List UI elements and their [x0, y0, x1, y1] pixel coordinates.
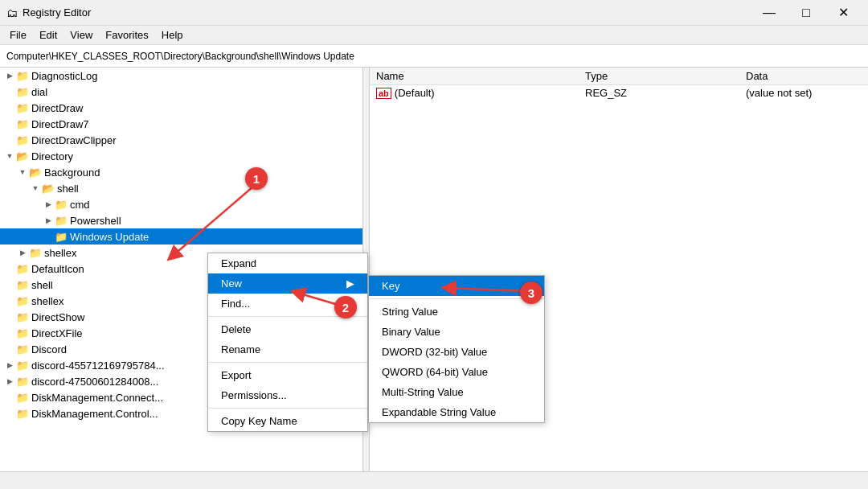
- folder-icon: 📂: [42, 182, 55, 195]
- tree-row[interactable]: ▶ 📁 DirectDrawClipper: [0, 132, 369, 148]
- minimize-button[interactable]: —: [751, 0, 788, 26]
- address-bar: Computer\HKEY_CLASSES_ROOT\Directory\Bac…: [0, 45, 868, 68]
- folder-icon: 📁: [16, 85, 29, 98]
- tree-row[interactable]: ▼ 📂 Background: [0, 164, 369, 180]
- tree-row[interactable]: ▶ 📁 DirectDraw7: [0, 116, 369, 132]
- row-name: ab(Default): [370, 85, 579, 101]
- ctx-expand-label: Expand: [221, 257, 256, 269]
- tree-item-label: shell: [57, 183, 79, 195]
- expander-icon[interactable]: ▶: [16, 246, 29, 259]
- folder-icon: 📂: [29, 166, 42, 179]
- ctx-rename-label: Rename: [221, 343, 260, 355]
- sub-dword-value[interactable]: DWORD (32-bit) Value: [369, 342, 544, 362]
- sub-string-value[interactable]: String Value: [369, 302, 544, 322]
- tree-item-label: DiagnosticLog: [31, 70, 97, 82]
- menu-file[interactable]: File: [3, 27, 33, 43]
- address-text: Computer\HKEY_CLASSES_ROOT\Directory\Bac…: [6, 51, 354, 62]
- app-icon: 🗂: [6, 6, 18, 19]
- expander-icon[interactable]: ▶: [3, 375, 16, 388]
- expander-icon[interactable]: ▶: [3, 69, 16, 82]
- folder-icon: 📁: [16, 375, 29, 388]
- folder-icon: 📁: [16, 327, 29, 339]
- tree-row[interactable]: ▶ 📁 DiagnosticLog: [0, 68, 369, 84]
- tree-item-label: discord-47500601284008...: [31, 376, 158, 388]
- ctx-permissions[interactable]: Permissions...: [208, 385, 367, 405]
- folder-icon: 📁: [55, 214, 68, 227]
- ctx-copy-key-name-label: Copy Key Name: [221, 415, 297, 427]
- window-controls: — □ ✕: [751, 0, 862, 26]
- sub-dword-value-label: DWORD (32-bit) Value: [382, 346, 487, 358]
- table-row[interactable]: ab(Default) REG_SZ (value not set): [370, 85, 868, 101]
- menu-favorites[interactable]: Favorites: [99, 27, 154, 43]
- ctx-delete[interactable]: Delete: [208, 319, 367, 339]
- tree-item-label: DirectXFile: [31, 327, 83, 339]
- tree-item-label: dial: [31, 86, 47, 98]
- tree-item-label: DirectDraw7: [31, 118, 89, 130]
- ctx-delete-label: Delete: [221, 323, 252, 335]
- context-menu[interactable]: Expand New ▶ Find... Delete Rename Expor…: [207, 253, 368, 432]
- ctx-rename[interactable]: Rename: [208, 339, 367, 360]
- folder-icon: 📁: [29, 246, 42, 259]
- sub-key[interactable]: Key: [369, 276, 544, 296]
- ctx-new[interactable]: New ▶: [208, 273, 367, 294]
- tree-item-label: cmd: [70, 199, 90, 211]
- maximize-button[interactable]: □: [788, 0, 825, 26]
- folder-icon: 📂: [16, 150, 29, 162]
- sub-qword-value-label: QWORD (64-bit) Value: [382, 366, 488, 378]
- folder-icon: 📁: [16, 391, 29, 404]
- sub-expandable-string-value[interactable]: Expandable String Value: [369, 402, 544, 422]
- tree-row[interactable]: ▶ 📁 cmd: [0, 196, 369, 212]
- sub-key-label: Key: [382, 280, 399, 292]
- sub-binary-value[interactable]: Binary Value: [369, 322, 544, 342]
- ctx-divider3: [208, 408, 367, 409]
- expander-icon[interactable]: ▶: [3, 359, 16, 372]
- expander-icon[interactable]: ▼: [3, 150, 16, 162]
- title-bar: 🗂 Registry Editor — □ ✕: [0, 0, 868, 26]
- tree-item-label: Windows Update: [70, 231, 149, 243]
- ctx-expand[interactable]: Expand: [208, 253, 367, 273]
- folder-icon: 📁: [16, 117, 29, 130]
- sub-string-value-label: String Value: [382, 306, 438, 318]
- close-button[interactable]: ✕: [825, 0, 862, 26]
- registry-table: Name Type Data ab(Default) REG_SZ (value…: [370, 68, 868, 101]
- sub-divider: [369, 298, 544, 299]
- tree-item-label: Background: [44, 166, 100, 179]
- tree-item-label: Directory: [31, 150, 73, 162]
- menu-edit[interactable]: Edit: [33, 27, 63, 43]
- folder-icon: 📁: [16, 101, 29, 114]
- row-data: (value not set): [739, 85, 868, 101]
- tree-row[interactable]: ▶ 📁 Powershell: [0, 212, 369, 228]
- submenu[interactable]: Key String Value Binary Value DWORD (32-…: [368, 275, 545, 423]
- menu-view[interactable]: View: [63, 27, 99, 43]
- tree-row[interactable]: ▼ 📂 shell: [0, 180, 369, 196]
- menu-help[interactable]: Help: [155, 27, 190, 43]
- tree-row[interactable]: ▶ 📁 DirectDraw: [0, 100, 369, 116]
- sub-binary-value-label: Binary Value: [382, 326, 440, 338]
- expander-icon[interactable]: ▼: [16, 166, 29, 179]
- row-type: REG_SZ: [579, 85, 739, 101]
- ctx-export[interactable]: Export: [208, 365, 367, 385]
- ctx-divider2: [208, 362, 367, 363]
- expander-icon[interactable]: ▶: [42, 198, 55, 211]
- tree-row-windows-update[interactable]: ▶ 📁 Windows Update: [0, 228, 369, 244]
- expander-icon[interactable]: ▶: [42, 214, 55, 227]
- menu-bar: File Edit View Favorites Help: [0, 26, 868, 45]
- tree-item-label: DirectShow: [31, 311, 84, 323]
- folder-icon: 📁: [16, 294, 29, 307]
- tree-row[interactable]: ▼ 📂 Directory: [0, 148, 369, 164]
- tree-item-label: shell: [31, 279, 53, 291]
- tree-item-label: shellex: [31, 295, 63, 307]
- sub-qword-value[interactable]: QWORD (64-bit) Value: [369, 362, 544, 382]
- app-title: Registry Editor: [23, 6, 91, 18]
- folder-icon: 📁: [55, 198, 68, 211]
- tree-item-label: DiskManagement.Control...: [31, 408, 158, 420]
- tree-item-label: DefaultIcon: [31, 263, 84, 275]
- folder-icon: 📁: [16, 134, 29, 146]
- sub-multi-string-value[interactable]: Multi-String Value: [369, 382, 544, 402]
- ctx-find-label: Find...: [221, 298, 250, 310]
- expander-icon[interactable]: ▼: [29, 182, 42, 195]
- folder-icon: 📁: [16, 278, 29, 291]
- ctx-permissions-label: Permissions...: [221, 389, 287, 401]
- tree-row[interactable]: ▶ 📁 dial: [0, 84, 369, 100]
- ctx-copy-key-name[interactable]: Copy Key Name: [208, 411, 367, 431]
